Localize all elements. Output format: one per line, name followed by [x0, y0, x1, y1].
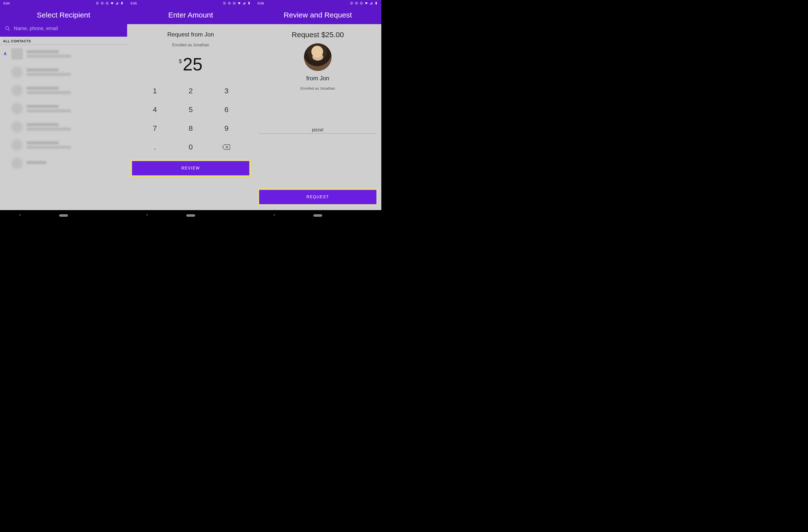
enrolled-as-label: Enrolled as Jonathan — [127, 43, 254, 47]
status-time: 8:55 — [131, 1, 137, 5]
svg-point-5 — [6, 26, 9, 30]
key-1[interactable]: 1 — [137, 87, 173, 95]
alarm-icon — [350, 1, 353, 5]
contact-row[interactable]: A — [0, 45, 127, 63]
contact-avatar — [11, 67, 23, 78]
phone-select-recipient: 8:54 Select Recipient Name, phone, email… — [0, 0, 127, 221]
contact-avatar — [11, 85, 23, 96]
contact-list[interactable]: A — [0, 45, 127, 210]
status-bar: 8:55 — [127, 0, 254, 6]
contact-text — [26, 87, 71, 94]
battery-icon — [247, 1, 251, 5]
svg-rect-7 — [229, 2, 230, 4]
search-placeholder: Name, phone, email — [14, 25, 58, 31]
contact-row[interactable] — [0, 154, 127, 172]
currency-symbol: $ — [179, 58, 182, 64]
svg-rect-10 — [249, 2, 249, 2]
nav-back-button[interactable] — [273, 213, 276, 218]
phone-enter-amount: 8:55 Enter Amount Request from Jon Enrol… — [127, 0, 254, 221]
android-nav-bar — [254, 210, 381, 221]
nav-home-pill[interactable] — [186, 214, 195, 217]
recipient-avatar — [304, 43, 332, 71]
key-3[interactable]: 3 — [209, 87, 244, 95]
vibrate-icon — [100, 1, 104, 5]
search-input[interactable]: Name, phone, email — [0, 24, 127, 37]
contact-avatar — [11, 121, 23, 132]
status-icons — [223, 1, 251, 5]
enrolled-as-label: Enrolled as Jonathan — [300, 86, 335, 90]
backspace-icon — [222, 144, 231, 150]
signal-icon — [369, 1, 373, 5]
contact-row[interactable] — [0, 136, 127, 154]
key-4[interactable]: 4 — [137, 105, 173, 114]
battery-icon — [374, 1, 378, 5]
svg-rect-15 — [376, 2, 377, 2]
contact-avatar — [11, 140, 23, 151]
svg-rect-4 — [122, 2, 122, 2]
nav-home-pill[interactable] — [59, 214, 68, 217]
contact-avatar — [11, 158, 23, 169]
nav-back-button[interactable] — [18, 213, 22, 218]
request-from-label: Request from Jon — [127, 31, 254, 38]
page-title: Review and Request — [254, 6, 381, 24]
contact-row[interactable] — [0, 118, 127, 136]
status-bar: 8:56 — [254, 0, 381, 6]
index-letter: A — [3, 52, 7, 56]
amount-value: 25 — [183, 54, 202, 74]
svg-rect-1 — [102, 2, 103, 4]
cta-highlight: REQUEST — [258, 188, 378, 206]
from-label: from Jon — [306, 75, 329, 82]
nav-home-pill[interactable] — [313, 214, 322, 217]
cta-highlight: REVIEW — [131, 160, 251, 177]
alarm-icon — [223, 1, 226, 5]
key-2[interactable]: 2 — [173, 87, 208, 95]
review-button[interactable]: REVIEW — [132, 161, 249, 176]
request-button[interactable]: REQUEST — [259, 190, 377, 204]
key-backspace[interactable] — [209, 143, 244, 151]
dnd-icon — [233, 1, 236, 5]
status-time: 8:54 — [3, 1, 10, 5]
battery-icon — [120, 1, 124, 5]
key-9[interactable]: 9 — [209, 124, 244, 132]
key-7[interactable]: 7 — [137, 124, 173, 132]
android-nav-bar — [127, 210, 254, 221]
key-5[interactable]: 5 — [173, 105, 208, 114]
svg-rect-12 — [356, 2, 357, 4]
svg-rect-3 — [122, 2, 123, 4]
svg-rect-9 — [249, 2, 250, 4]
signal-icon — [115, 1, 119, 5]
key-decimal[interactable]: . — [137, 143, 173, 151]
section-header: ALL CONTACTS — [0, 37, 127, 45]
page-title: Select Recipient — [0, 6, 127, 24]
dnd-icon — [106, 1, 109, 5]
page-title: Enter Amount — [127, 6, 254, 24]
contact-row[interactable] — [0, 99, 127, 118]
status-icons — [350, 1, 378, 5]
key-0[interactable]: 0 — [173, 143, 208, 151]
memo-text: pizza! — [312, 127, 324, 132]
dnd-icon — [360, 1, 363, 5]
contact-text — [26, 161, 46, 166]
contact-text — [26, 50, 71, 58]
vibrate-icon — [355, 1, 358, 5]
svg-rect-14 — [376, 2, 377, 4]
key-6[interactable]: 6 — [209, 105, 244, 114]
contact-row[interactable] — [0, 81, 127, 99]
key-8[interactable]: 8 — [173, 124, 208, 132]
contact-text — [26, 105, 71, 112]
memo-input[interactable]: pizza! — [259, 127, 377, 134]
request-amount-label: Request $25.00 — [292, 31, 344, 39]
contact-avatar — [11, 103, 23, 114]
contact-text — [26, 141, 71, 149]
status-icons — [96, 1, 124, 5]
alarm-icon — [96, 1, 99, 5]
vibrate-icon — [227, 1, 231, 5]
nav-back-button[interactable] — [146, 213, 149, 218]
search-icon — [5, 26, 10, 31]
android-nav-bar — [0, 210, 127, 221]
contact-row[interactable] — [0, 63, 127, 81]
amount-display: $25 — [127, 54, 254, 74]
wifi-icon — [237, 1, 241, 5]
number-keypad: 1 2 3 4 5 6 7 8 9 . 0 — [127, 79, 254, 156]
phone-review-request: 8:56 Review and Request Request $25.00 f… — [254, 0, 381, 221]
